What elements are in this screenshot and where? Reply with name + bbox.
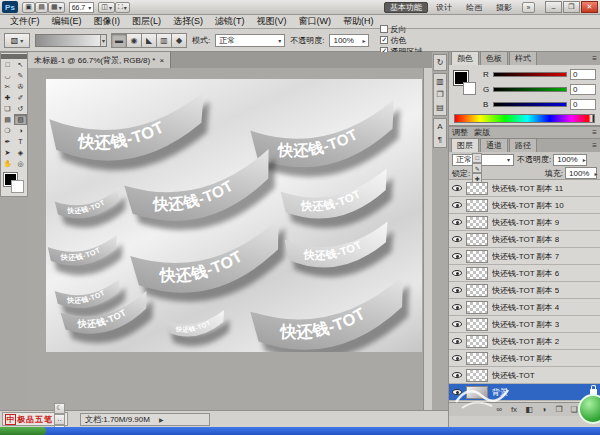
layer-visibility-toggle[interactable]: [452, 389, 462, 395]
mini-bridge-icon[interactable]: ▤: [35, 2, 48, 13]
menu-layer[interactable]: 图层(L): [126, 15, 167, 28]
channel-slider[interactable]: [493, 87, 567, 92]
pen-tool[interactable]: ✒: [1, 136, 14, 147]
menu-file[interactable]: 文件(F): [4, 15, 46, 28]
history-brush-tool[interactable]: ↺: [14, 103, 27, 114]
launch-bridge-icon[interactable]: ▣: [22, 2, 35, 13]
color-spectrum-ramp[interactable]: [454, 114, 595, 123]
layer-row[interactable]: 快还钱-TOT 副本 11: [449, 180, 600, 197]
channel-value-field[interactable]: 0: [570, 69, 596, 80]
windows-taskbar[interactable]: [0, 427, 600, 435]
layer-opacity-select[interactable]: 100%▸: [553, 154, 587, 166]
panel-dock-icon[interactable]: ▥: [434, 75, 446, 88]
layer-visibility-toggle[interactable]: [452, 287, 462, 293]
brush-tool[interactable]: ✐: [14, 92, 27, 103]
add-layer-mask-button[interactable]: ◧: [523, 405, 535, 414]
panel-dock-icon[interactable]: ❐: [434, 88, 446, 101]
linear-gradient-button[interactable]: ▬: [111, 33, 127, 48]
rectangular-marquee-tool[interactable]: □: [1, 59, 14, 70]
move-tool[interactable]: ↖: [14, 59, 27, 70]
lasso-tool[interactable]: ◡: [1, 70, 14, 81]
vertical-scrollbar[interactable]: ▲ ▼: [423, 68, 432, 427]
layer-row[interactable]: 快还钱-TOT 副本 9: [449, 214, 600, 231]
adjustment-layer-button[interactable]: ◑: [538, 405, 550, 414]
type-tool[interactable]: T: [14, 136, 27, 147]
layer-row[interactable]: 快还钱-TOT 副本 10: [449, 197, 600, 214]
layer-visibility-toggle[interactable]: [452, 219, 462, 225]
gradient-picker[interactable]: ▾: [35, 34, 107, 47]
start-button[interactable]: [0, 427, 46, 435]
background-color-swatch[interactable]: [11, 180, 24, 193]
radial-gradient-button[interactable]: ◉: [126, 33, 142, 48]
menu-filter[interactable]: 滤镜(T): [209, 15, 251, 28]
ime-button-1[interactable]: ‥: [54, 414, 65, 425]
blend-mode-select[interactable]: 正常▾: [215, 34, 285, 47]
menu-view[interactable]: 视图(V): [251, 15, 293, 28]
layer-visibility-toggle[interactable]: [452, 304, 462, 310]
opacity-select[interactable]: 100%▸: [329, 34, 369, 47]
lock-paint-button[interactable]: ✎: [472, 163, 482, 173]
arrange-documents-icon[interactable]: ◫▾: [98, 2, 115, 13]
tab-图层[interactable]: 图层: [451, 138, 479, 152]
tab-路径[interactable]: 路径: [509, 138, 537, 152]
layer-blend-mode-select[interactable]: 正常▾: [452, 154, 514, 166]
layer-visibility-toggle[interactable]: [452, 270, 462, 276]
paragraph-panel-icon[interactable]: ¶: [434, 133, 446, 146]
layer-visibility-toggle[interactable]: [452, 372, 462, 378]
layer-visibility-toggle[interactable]: [452, 185, 462, 191]
diamond-gradient-button[interactable]: ◆: [171, 33, 187, 48]
view-extras-icon[interactable]: ▦▾: [48, 2, 65, 13]
panel-dock-icon[interactable]: ▤: [434, 101, 446, 114]
new-group-button[interactable]: ❐: [553, 405, 565, 414]
layer-row[interactable]: 快还钱-TOT 副本 5: [449, 282, 600, 299]
hand-tool[interactable]: ✋: [1, 158, 14, 169]
tab-样式[interactable]: 样式: [509, 51, 537, 65]
spot-healing-brush-tool[interactable]: ✚: [1, 92, 14, 103]
workspace-overflow-button[interactable]: »: [522, 2, 535, 13]
channel-slider[interactable]: [493, 72, 567, 77]
document-info[interactable]: 文档:1.70M/9.90M ▶: [80, 413, 210, 426]
workspace-button[interactable]: 基本功能: [384, 2, 428, 13]
clone-stamp-tool[interactable]: ❏: [1, 103, 14, 114]
workspace-button[interactable]: 摄影: [490, 2, 518, 13]
workspace-button[interactable]: 设计: [430, 2, 458, 13]
panel-menu-icon[interactable]: ≡: [592, 141, 597, 150]
zoom-level-field[interactable]: 66.7▾: [69, 2, 95, 13]
quick-selection-tool[interactable]: ✎: [14, 70, 27, 81]
tab-色板[interactable]: 色板: [480, 51, 508, 65]
panel-menu-icon[interactable]: ≡: [592, 128, 597, 137]
zoom-tool[interactable]: ◎: [14, 158, 27, 169]
minimize-button[interactable]: –: [545, 1, 562, 13]
close-button[interactable]: ✕: [581, 1, 598, 13]
blur-tool[interactable]: ❍: [1, 125, 14, 136]
channel-value-field[interactable]: 0: [570, 84, 596, 95]
eraser-tool[interactable]: ▤: [1, 114, 14, 125]
tool-preset-picker[interactable]: ▧▾: [4, 33, 30, 48]
layer-row[interactable]: 快还钱-TOT 副本 8: [449, 231, 600, 248]
channel-slider[interactable]: [493, 102, 567, 107]
checkbox-反向[interactable]: 反向: [380, 24, 422, 35]
layer-visibility-toggle[interactable]: [452, 338, 462, 344]
link-layers-button[interactable]: ∞: [493, 405, 505, 414]
layer-row[interactable]: 快还钱-TOT 副本 6: [449, 265, 600, 282]
layer-visibility-toggle[interactable]: [452, 253, 462, 259]
layer-row[interactable]: 快还钱-TOT: [449, 367, 600, 384]
gradient-tool[interactable]: ▧: [14, 114, 27, 125]
layer-visibility-toggle[interactable]: [452, 236, 462, 242]
layer-visibility-toggle[interactable]: [452, 355, 462, 361]
menu-window[interactable]: 窗口(W): [293, 15, 338, 28]
layer-row[interactable]: 快还钱-TOT 副本 2: [449, 333, 600, 350]
layer-visibility-toggle[interactable]: [452, 321, 462, 327]
channel-value-field[interactable]: 0: [570, 99, 596, 110]
angle-gradient-button[interactable]: ◣: [141, 33, 157, 48]
ime-logo-icon[interactable]: 中: [5, 414, 16, 425]
restore-button[interactable]: ❐: [563, 1, 580, 13]
workspace-button[interactable]: 绘画: [460, 2, 488, 13]
layer-style-button[interactable]: fx: [508, 405, 520, 414]
floating-green-badge-icon[interactable]: [578, 394, 600, 424]
canvas[interactable]: 快还钱-TOT快还钱-TOT快还钱-TOT快还钱-TOT快还钱-TOT快还钱-T…: [46, 79, 422, 352]
layer-visibility-toggle[interactable]: [452, 202, 462, 208]
layer-row[interactable]: 快还钱-TOT 副本 4: [449, 299, 600, 316]
tab-通道[interactable]: 通道: [480, 138, 508, 152]
dodge-tool[interactable]: ◑: [14, 125, 27, 136]
